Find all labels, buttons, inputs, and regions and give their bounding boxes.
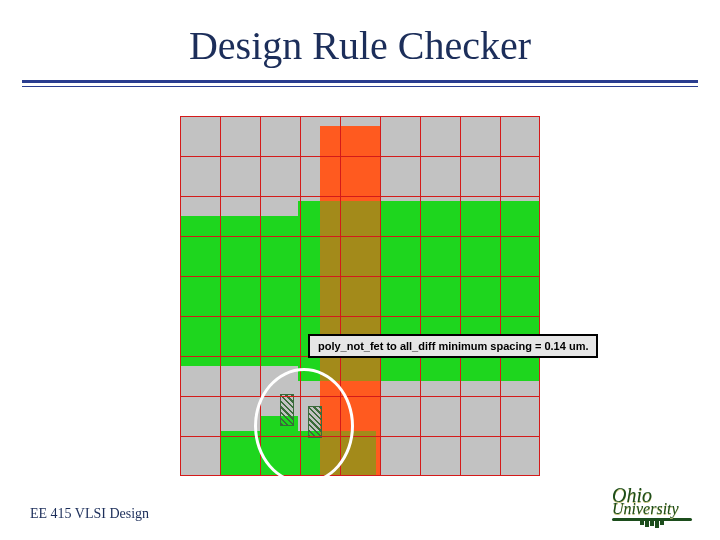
gridline (180, 396, 540, 397)
page-title: Design Rule Checker (0, 22, 720, 69)
logo-line2: University (612, 502, 692, 516)
rule-thin (22, 86, 698, 87)
university-logo: Ohio University (612, 488, 692, 530)
gridline (180, 116, 540, 117)
gridline (180, 156, 540, 157)
gridline (539, 116, 540, 476)
gridline (380, 116, 381, 476)
gridline (180, 196, 540, 197)
logo-buildings (612, 520, 692, 528)
gridline (460, 116, 461, 476)
gridline (420, 116, 421, 476)
gridline (180, 276, 540, 277)
gridline (180, 116, 181, 476)
diffusion-region (180, 216, 298, 366)
gridline (180, 316, 540, 317)
gridline (180, 236, 540, 237)
drc-highlight-ellipse (254, 368, 354, 484)
gridline (220, 116, 221, 476)
drc-error-tooltip: poly_not_fet to all_diff minimum spacing… (308, 334, 598, 358)
rule-thick (22, 80, 698, 83)
gridline (500, 116, 501, 476)
footer-course: EE 415 VLSI Design (30, 506, 149, 522)
slide: Design Rule Checker (0, 0, 720, 540)
gridline (180, 475, 540, 476)
drc-layout-canvas: poly_not_fet to all_diff minimum spacing… (180, 116, 540, 476)
gridline (180, 436, 540, 437)
